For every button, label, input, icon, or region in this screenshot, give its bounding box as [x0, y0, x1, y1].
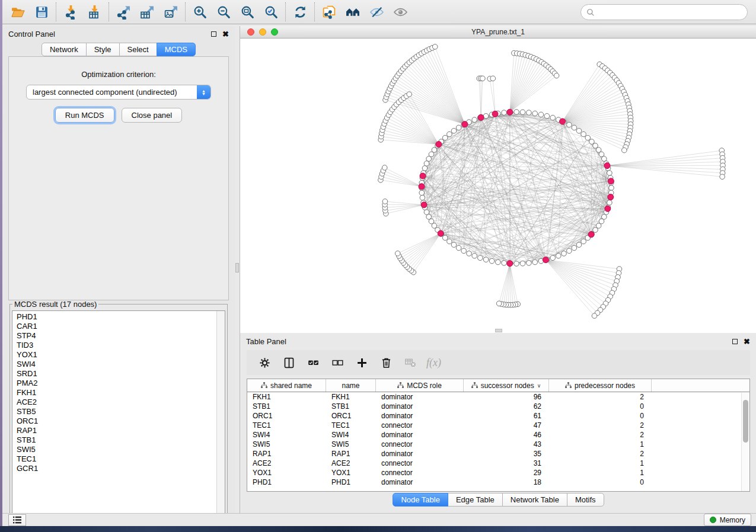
task-history-button[interactable] [8, 514, 26, 526]
mcds-dominator-node[interactable] [420, 173, 426, 179]
graph-node[interactable] [490, 76, 496, 81]
graph-node[interactable] [581, 132, 586, 137]
window-minimize-icon[interactable] [259, 28, 266, 36]
mcds-result-item[interactable]: STB5 [12, 407, 216, 416]
graph-node[interactable] [607, 200, 613, 206]
graph-node[interactable] [532, 111, 538, 116]
graph-node[interactable] [442, 135, 448, 140]
mcds-dominator-node[interactable] [478, 114, 484, 120]
table-scrollbar-thumb[interactable] [743, 400, 748, 443]
graph-node[interactable] [592, 313, 597, 319]
graph-node[interactable] [596, 223, 601, 229]
mcds-result-item[interactable]: RAP1 [12, 426, 216, 435]
graph-node[interactable] [609, 185, 614, 191]
table-row[interactable]: RAP1RAP1dominator352 [247, 449, 749, 459]
select-all-button[interactable] [304, 353, 323, 372]
copy-network-button[interactable] [317, 2, 341, 22]
mcds-result-scrollbar[interactable] [216, 311, 225, 525]
table-settings-button[interactable] [255, 353, 274, 372]
graph-node[interactable] [585, 135, 591, 140]
mcds-result-item[interactable]: TID3 [12, 341, 216, 350]
mcds-dominator-node[interactable] [608, 178, 614, 184]
optimization-criterion-select[interactable]: largest connected component (undirected)… [26, 85, 211, 100]
mcds-dominator-node[interactable] [421, 202, 427, 208]
export-network-button[interactable] [111, 2, 135, 22]
mcds-dominator-node[interactable] [605, 206, 611, 211]
mcds-dominator-node[interactable] [588, 232, 594, 238]
table-row[interactable]: YOX1YOX1connector291 [247, 468, 749, 477]
tab-network-table[interactable]: Network Table [502, 493, 567, 507]
mcds-result-item[interactable]: ORC1 [12, 416, 216, 426]
table-row[interactable]: STB1STB1dominator620 [247, 402, 749, 411]
graph-node[interactable] [622, 148, 627, 153]
graph-node[interactable] [538, 112, 544, 117]
show-all-button[interactable] [388, 2, 412, 22]
graph-node[interactable] [550, 255, 556, 261]
close-panel-button[interactable]: Close panel [122, 108, 183, 123]
graph-node[interactable] [556, 254, 562, 259]
mcds-dominator-node[interactable] [507, 261, 513, 267]
import-network-button[interactable] [59, 2, 82, 22]
graph-node[interactable] [593, 227, 598, 233]
graph-node[interactable] [567, 122, 572, 127]
memory-button[interactable]: Memory [704, 514, 751, 526]
graph-node[interactable] [472, 254, 477, 259]
mcds-result-item[interactable]: GCR1 [12, 464, 216, 473]
close-panel-icon[interactable]: ✖ [222, 31, 229, 37]
mcds-result-item[interactable]: PMA2 [12, 379, 216, 388]
graph-node[interactable] [576, 242, 582, 248]
graph-node[interactable] [527, 110, 532, 116]
graph-node[interactable] [502, 110, 507, 116]
graph-node[interactable] [581, 239, 586, 244]
column-header-MCDS-role[interactable]: MCDS role [376, 379, 464, 392]
graph-node[interactable] [514, 261, 519, 267]
mcds-dominator-node[interactable] [608, 194, 614, 200]
graph-node[interactable] [593, 143, 598, 149]
graph-node[interactable] [550, 115, 556, 120]
tab-motifs[interactable]: Motifs [567, 493, 604, 507]
graph-node[interactable] [520, 110, 525, 115]
table-row[interactable]: TEC1TEC1connector472 [247, 421, 749, 430]
column-header-name[interactable]: name [326, 379, 376, 392]
hide-selected-button[interactable] [365, 2, 388, 22]
graph-node[interactable] [502, 261, 507, 266]
vertical-splitter[interactable] [235, 26, 240, 513]
graph-node[interactable] [472, 117, 477, 123]
graph-node[interactable] [461, 248, 467, 254]
graph-node[interactable] [607, 171, 613, 176]
horizontal-splitter-handle[interactable] [495, 329, 502, 332]
zoom-out-button[interactable] [212, 2, 235, 22]
show-columns-button[interactable] [279, 353, 298, 372]
mcds-result-item[interactable]: PHD1 [12, 312, 216, 322]
mcds-result-item[interactable]: CAR1 [12, 322, 216, 331]
table-row[interactable]: FKH1FKH1dominator962 [247, 392, 749, 402]
table-row[interactable]: SWI5SWI5connector431 [247, 440, 749, 449]
zoom-in-button[interactable] [188, 2, 212, 22]
float-table-panel-icon[interactable] [732, 339, 738, 344]
graph-node[interactable] [589, 139, 595, 145]
tab-edge-table[interactable]: Edge Table [448, 493, 503, 507]
open-file-button[interactable] [6, 2, 30, 22]
tab-style[interactable]: Style [86, 43, 120, 56]
graph-node[interactable] [572, 125, 577, 130]
graph-node[interactable] [424, 161, 429, 166]
zoom-fit-button[interactable] [235, 2, 259, 22]
graph-node[interactable] [489, 258, 495, 264]
graph-node[interactable] [480, 76, 486, 81]
save-session-button[interactable] [30, 2, 53, 22]
column-header-predecessor-nodes[interactable]: predecessor nodes [549, 379, 652, 392]
mcds-dominator-node[interactable] [560, 118, 566, 124]
tab-select[interactable]: Select [119, 43, 157, 56]
mcds-dominator-node[interactable] [438, 230, 444, 236]
mcds-dominator-node[interactable] [419, 184, 425, 190]
mcds-result-item[interactable]: SRD1 [12, 369, 216, 379]
search-input[interactable] [595, 6, 747, 19]
column-header-shared-name[interactable]: shared name [247, 379, 326, 392]
export-image-button[interactable] [159, 2, 183, 22]
export-table-button[interactable] [135, 2, 159, 22]
import-table-button[interactable] [82, 2, 106, 22]
graph-node[interactable] [447, 132, 452, 137]
mcds-dominator-node[interactable] [462, 121, 468, 127]
graph-node[interactable] [456, 125, 461, 130]
graph-node[interactable] [432, 148, 437, 153]
